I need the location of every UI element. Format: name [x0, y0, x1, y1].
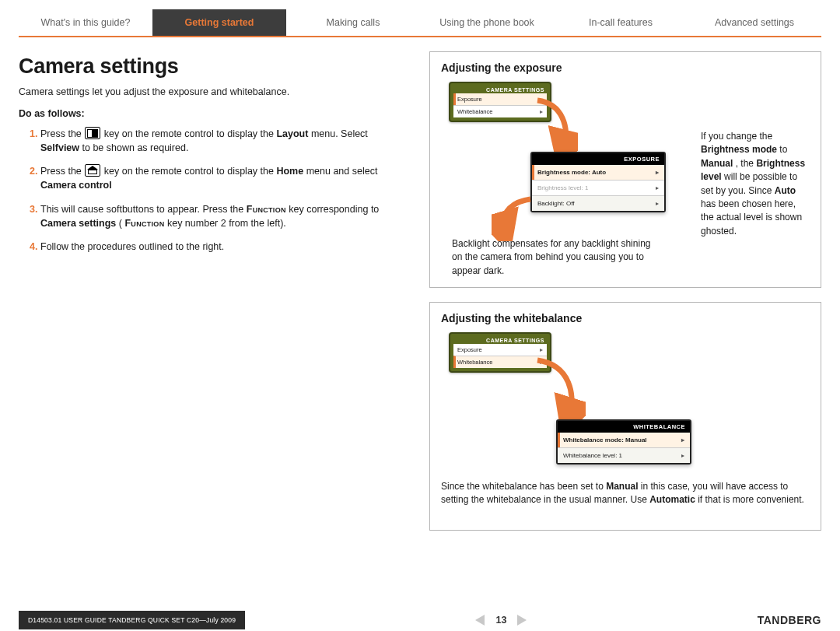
p1s-a: If you change the: [701, 131, 772, 142]
prev-page-button[interactable]: [475, 615, 485, 626]
screen1-row-whitebalance: Whitebalance▸: [453, 105, 547, 117]
panel-whitebalance: Adjusting the whitebalance CAMERA SETTIN…: [429, 302, 821, 531]
chevron-right-icon: ▸: [681, 452, 684, 459]
popup-exposure-row2: Backlight: Off ▸: [532, 195, 664, 211]
home-key-icon: [85, 164, 100, 177]
chevron-right-icon: ▸: [656, 169, 659, 176]
brand-logo: TANDBERG: [758, 614, 821, 626]
tab-getting-started[interactable]: Getting started: [152, 9, 286, 37]
chevron-right-icon: ▸: [681, 436, 684, 443]
screen1-row-exposure: Exposure▸: [453, 93, 547, 105]
step3-t2: key corresponding to: [289, 204, 379, 215]
screen1-row1-label: Whitebalance: [457, 108, 492, 115]
tab-advanced-settings[interactable]: Advanced settings: [688, 9, 821, 37]
screen2-row-whitebalance: Whitebalance▸: [453, 356, 547, 368]
p2b-d: if that is more convenient.: [698, 494, 804, 505]
p1s-f: has been chosen here, the actual level i…: [701, 198, 802, 237]
step1-t2: key on the remote control to display the: [104, 128, 277, 139]
screen1-row0-label: Exposure: [457, 96, 482, 103]
step2-t2: key on the remote control to display the: [104, 166, 277, 177]
footer-docid: D14503.01 USER GUIDE TANDBERG QUICK SET …: [19, 611, 245, 629]
tab-whats-in-guide[interactable]: What's in this guide?: [19, 9, 152, 37]
step3-sc2: Function: [124, 218, 164, 229]
p1r2-l: Backlight:: [537, 200, 565, 207]
p1r2-v: Off: [566, 200, 575, 207]
p1r1-l: Brightness level:: [537, 184, 583, 191]
step1-b2: Selfview: [40, 142, 79, 153]
p1s-b1: Brightness mode: [701, 144, 777, 155]
step3-sc1: Function: [247, 204, 286, 215]
tab-phone-book[interactable]: Using the phone book: [420, 9, 554, 37]
popup-exposure-row0: Brightness mode: Auto ▸: [532, 165, 664, 180]
intro-text: Camera settings let you adjust the expos…: [19, 86, 408, 97]
step1-t3: menu. Select: [311, 128, 368, 139]
screen2-title: CAMERA SETTINGS: [453, 337, 547, 344]
chevron-right-icon: ▸: [540, 359, 543, 366]
screen1-title: CAMERA SETTINGS: [453, 86, 547, 93]
p2r1-v: 1: [619, 452, 622, 459]
p1s-b4: Auto: [775, 185, 796, 196]
p1r0-v: Auto: [592, 169, 606, 176]
chevron-right-icon: ▸: [540, 96, 543, 103]
panel-exposure-heading: Adjusting the exposure: [441, 61, 810, 74]
wb-bottom-caption: Since the whitebalance has been set to M…: [441, 480, 810, 507]
page-number: 13: [495, 615, 506, 626]
screen2-row0-label: Exposure: [457, 346, 482, 353]
p2b-a: Since the whitebalance has been set to: [441, 481, 606, 492]
layout-key-icon: [85, 127, 100, 139]
exposure-bottom-caption: Backlight compensates for any backlight …: [452, 237, 654, 278]
step2-b1: Home: [276, 166, 303, 177]
tab-making-calls[interactable]: Making calls: [286, 9, 420, 37]
top-tab-nav: What's in this guide? Getting started Ma…: [19, 9, 821, 37]
popup-wb-row1: Whitebalance level: 1 ▸: [558, 447, 690, 463]
popup-exposure: EXPOSURE Brightness mode: Auto ▸ Brightn…: [530, 152, 666, 212]
step3-b1: Camera settings: [40, 218, 116, 229]
chevron-right-icon: ▸: [656, 184, 659, 191]
p1s-b2: Manual: [701, 158, 733, 169]
chevron-right-icon: ▸: [540, 108, 543, 115]
screen2-row1-label: Whitebalance: [457, 359, 492, 366]
p1s-d: , the: [736, 158, 757, 169]
step1-t4: to be shown as required.: [82, 142, 189, 153]
p2r0-v: Manual: [625, 436, 647, 443]
p2r0-l: Whitebalance mode:: [563, 436, 624, 443]
popup-whitebalance: WHITEBALANCE Whitebalance mode: Manual ▸…: [556, 419, 691, 464]
popup-wb-row0: Whitebalance mode: Manual ▸: [558, 433, 690, 447]
p2r1-l: Whitebalance level:: [563, 452, 617, 459]
popup-wb-title: WHITEBALANCE: [558, 421, 690, 433]
panel-exposure: Adjusting the exposure CAMERA SETTINGS E…: [429, 51, 821, 288]
chevron-right-icon: ▸: [656, 200, 659, 207]
step2-b2: Camera control: [40, 180, 112, 191]
step2-t3: menu and select: [306, 166, 378, 177]
step-1: Press the key on the remote control to d…: [40, 127, 408, 155]
popup-exposure-row1: Brightness level: 1 ▸: [532, 180, 664, 195]
p2b-b1: Manual: [606, 481, 638, 492]
exposure-side-caption: If you change the Brightness mode to Man…: [701, 130, 810, 238]
step-4: Follow the procedures outlined to the ri…: [40, 240, 408, 254]
steps-list: Press the key on the remote control to d…: [19, 127, 408, 254]
do-as-follows: Do as follows:: [19, 108, 408, 119]
step1-t1: Press the: [40, 128, 84, 139]
p1r1-v: 1: [585, 184, 588, 191]
panel-whitebalance-heading: Adjusting the whitebalance: [441, 312, 810, 324]
chevron-right-icon: ▸: [540, 346, 543, 353]
step-2: Press the key on the remote control to d…: [40, 164, 408, 192]
screen2-row-exposure: Exposure▸: [453, 344, 547, 356]
screen-camera-settings-2: CAMERA SETTINGS Exposure▸ Whitebalance▸: [449, 332, 551, 373]
step3-t1: This will cause softbuttons to appear. P…: [40, 204, 247, 215]
page-title: Camera settings: [19, 54, 408, 79]
p2b-b2: Automatic: [649, 494, 695, 505]
p1r0-l: Brightness mode:: [537, 169, 590, 176]
tab-incall-features[interactable]: In-call features: [554, 9, 688, 37]
step3-t3: (: [119, 218, 122, 229]
screen-camera-settings-1: CAMERA SETTINGS Exposure▸ Whitebalance▸: [449, 82, 551, 122]
popup-exposure-title: EXPOSURE: [532, 153, 664, 165]
footer: D14503.01 USER GUIDE TANDBERG QUICK SET …: [19, 609, 821, 631]
p1s-c: to: [779, 144, 787, 155]
step3-t4: key number 2 from the left).: [167, 218, 286, 229]
step1-b1: Layout: [276, 128, 308, 139]
step-3: This will cause softbuttons to appear. P…: [40, 202, 408, 230]
next-page-button[interactable]: [517, 615, 527, 626]
step2-t1: Press the: [40, 166, 84, 177]
